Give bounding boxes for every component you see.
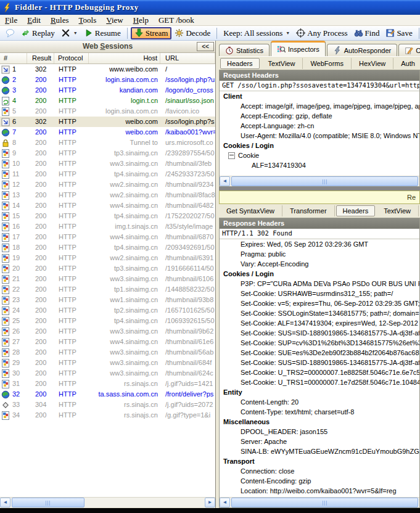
session-row[interactable]: 7200HTTPweibo.com/kaibao001?wvr= xyxy=(0,127,215,137)
session-list-hscrollbar[interactable]: ◄ ► xyxy=(0,497,215,507)
tab-autoresponder[interactable]: AutoResponder xyxy=(327,44,397,56)
session-row[interactable]: 15200HTTPtp4.sinaimg.cn/1752202027/50 xyxy=(0,211,215,221)
session-row[interactable]: 8200HTTPTunnel tours.microsoft.co xyxy=(0,137,215,148)
session-row[interactable]: 12200HTTPww2.sinaimg.cn/thumbnail/9234 xyxy=(0,179,215,190)
request-hscrollbar[interactable]: ◄ xyxy=(220,176,419,186)
session-row[interactable]: 10200HTTPww3.sinaimg.cn/thumbnail/3feb xyxy=(0,158,215,169)
response-tab-get-syntaxview[interactable]: Get SyntaxView xyxy=(219,205,282,216)
session-row[interactable]: 13200HTTPww2.sinaimg.cn/thumbnail/8fac8 xyxy=(0,190,215,200)
session-row[interactable]: 22200HTTPtp1.sinaimg.cn/1448858232/50 xyxy=(0,284,215,295)
collapse-expander-icon[interactable] xyxy=(228,152,235,159)
find-button[interactable]: Find xyxy=(351,27,383,39)
session-row[interactable]: 20200HTTPtp3.sinaimg.cn/1916666114/50 xyxy=(0,263,215,274)
session-row[interactable]: 29200HTTPww3.sinaimg.cn/thumbnail/684f xyxy=(0,358,215,368)
session-row[interactable]: 25200HTTPtp4.sinaimg.cn/1069392615/50 xyxy=(0,316,215,326)
session-row[interactable]: 21200HTTPww3.sinaimg.cn/thumbnail/6106 xyxy=(0,274,215,284)
request-tab-auth[interactable]: Auth xyxy=(393,58,420,69)
tab-inspectors[interactable]: Inspectors xyxy=(271,41,326,56)
tab-statistics[interactable]: Statistics xyxy=(219,44,270,56)
session-row[interactable]: 4200HTTPlogin.t.cn/sinaurl/sso.json xyxy=(0,96,215,106)
session-protocol: HTTP xyxy=(54,326,89,337)
session-row[interactable]: 11200HTTPtp4.sinaimg.cn/2452933723/50 xyxy=(0,169,215,179)
session-row[interactable]: 9200HTTPtp3.sinaimg.cn/2392897554/50 xyxy=(0,148,215,158)
scroll-thumb[interactable] xyxy=(231,176,418,186)
menu-item-file[interactable]: File xyxy=(0,15,22,26)
session-row[interactable]: 5200HTTPlogin.sina.com.cn/favicon.ico xyxy=(0,106,215,117)
keep-button[interactable]: Keep: All sessions▼ xyxy=(220,27,293,39)
response-tab-transformer[interactable]: Transformer xyxy=(282,205,335,216)
request-tab-textview[interactable]: TextView xyxy=(261,58,303,69)
response-tab-textview[interactable]: TextView xyxy=(376,205,419,216)
session-row[interactable]: 2200HTTPlogin.sina.com.cn/sso/login.php?… xyxy=(0,75,215,85)
request-tab-webforms[interactable]: WebForms xyxy=(303,58,352,69)
tab-comp[interactable]: Comp xyxy=(398,44,420,56)
resume-label: Resume xyxy=(95,28,121,38)
column-header-url[interactable]: URL xyxy=(160,53,215,64)
session-row[interactable]: 1302HTTPwww.weibo.com/ xyxy=(0,64,215,75)
tab-label: Comp xyxy=(416,47,420,54)
session-row[interactable]: 28200HTTPww3.sinaimg.cn/thumbnail/56ab xyxy=(0,347,215,358)
session-row[interactable]: 3200HTTPkandian.com/logon/do_cross xyxy=(0,85,215,96)
cookie-value: ALF=1347419304 xyxy=(220,160,419,170)
session-row[interactable]: 18200HTTPtp4.sinaimg.cn/2093492691/50 xyxy=(0,242,215,253)
request-tab-hexview[interactable]: HexView xyxy=(352,58,393,69)
session-host: weibo.com xyxy=(89,127,160,137)
title-bar[interactable]: Fiddler - HTTP Debugging Proxy xyxy=(0,0,420,15)
column-header-protocol[interactable]: Protocol xyxy=(54,53,89,64)
comment-button[interactable] xyxy=(2,27,18,39)
session-row[interactable]: 26200HTTPww3.sinaimg.cn/thumbnail/9b62 xyxy=(0,326,215,337)
session-row[interactable]: 31200HTTPrs.sinajs.cn/j.gif?uids=1421 xyxy=(0,379,215,389)
session-row[interactable]: 33304HTTPrs.sinajs.cn/j.gif?uids=2072 xyxy=(0,400,215,410)
scroll-thumb[interactable] xyxy=(12,498,84,507)
session-result: 200 xyxy=(27,137,54,148)
scroll-thumb[interactable] xyxy=(231,498,418,507)
menu-item-view[interactable]: View xyxy=(101,15,128,26)
response-hscrollbar[interactable]: ◄ xyxy=(220,497,419,507)
decode-button[interactable]: Decode xyxy=(171,27,213,39)
save-button[interactable]: Save xyxy=(382,27,415,39)
scroll-left-icon[interactable]: ◄ xyxy=(220,498,230,507)
session-row[interactable]: 24200HTTPtp2.sinaimg.cn/1657101625/50 xyxy=(0,305,215,316)
request-tab-headers[interactable]: Headers xyxy=(220,58,260,69)
session-row[interactable]: 23200HTTPww1.sinaimg.cn/thumbnail/93b8 xyxy=(0,295,215,305)
remove-button[interactable]: ▼ xyxy=(58,27,81,39)
session-row[interactable]: 14200HTTPww4.sinaimg.cn/thumbnail/6482 xyxy=(0,200,215,211)
menu-item-tools[interactable]: Tools xyxy=(74,15,102,26)
scroll-left-icon[interactable]: ◄ xyxy=(0,498,10,507)
collapse-panel-button[interactable]: << xyxy=(197,42,214,51)
session-row[interactable]: 16200HTTPimg.t.sinajs.cn/t35/style/image xyxy=(0,221,215,232)
session-number-cell: 26 xyxy=(0,326,27,337)
session-row[interactable]: 17200HTTPww4.sinaimg.cn/thumbnail/6870 xyxy=(0,232,215,242)
resume-button[interactable]: Resume xyxy=(81,27,124,39)
scroll-right-icon[interactable]: ► xyxy=(205,498,215,507)
session-url: /j.gif?uids=2072 xyxy=(160,400,215,410)
cookie-tree-node[interactable]: Cookie xyxy=(220,150,419,160)
response-tab-headers[interactable]: Headers xyxy=(336,205,376,216)
session-row[interactable]: 19200HTTPww2.sinaimg.cn/thumbnail/6391 xyxy=(0,253,215,263)
menu-item-rules[interactable]: Rules xyxy=(46,15,74,26)
session-number-cell: 34 xyxy=(0,410,27,421)
session-number: 5 xyxy=(12,106,16,117)
column-header-result[interactable]: Result xyxy=(27,53,54,64)
response-notice-banner[interactable]: Re xyxy=(219,191,420,204)
session-url: /thumbnail/6106 xyxy=(160,274,215,284)
session-row[interactable]: 6302HTTPweibo.com/sso/login.php?s xyxy=(0,117,215,127)
session-number-cell: 27 xyxy=(0,337,27,347)
session-host: login.sina.com.cn xyxy=(89,75,160,85)
session-url: /j.gif?uids=1421 xyxy=(160,379,215,389)
session-number: 22 xyxy=(12,284,20,295)
session-result: 200 xyxy=(27,96,54,106)
any-process-button[interactable]: Any Process xyxy=(293,27,350,39)
session-row[interactable]: 30200HTTPww3.sinaimg.cn/thumbnail/624c xyxy=(0,368,215,379)
menu-item-edit[interactable]: Edit xyxy=(22,15,46,26)
menu-item-help[interactable]: Help xyxy=(128,15,154,26)
column-header-host[interactable]: Host xyxy=(89,53,160,64)
session-row[interactable]: 27200HTTPww4.sinaimg.cn/thumbnail/61e6 xyxy=(0,337,215,347)
menu-item-get-book[interactable]: GET /book xyxy=(154,15,199,26)
replay-button[interactable]: Replay xyxy=(18,27,58,39)
session-row[interactable]: 34200HTTPrs.sinajs.cn/g.gif?type=1&i xyxy=(0,410,215,421)
stream-button[interactable]: Stream xyxy=(131,27,172,39)
column-header-#[interactable]: # xyxy=(0,53,27,64)
session-row[interactable]: 32200HTTPta.sass.sina.com.cn/front/deliv… xyxy=(0,389,215,400)
scroll-left-icon[interactable]: ◄ xyxy=(220,176,230,186)
